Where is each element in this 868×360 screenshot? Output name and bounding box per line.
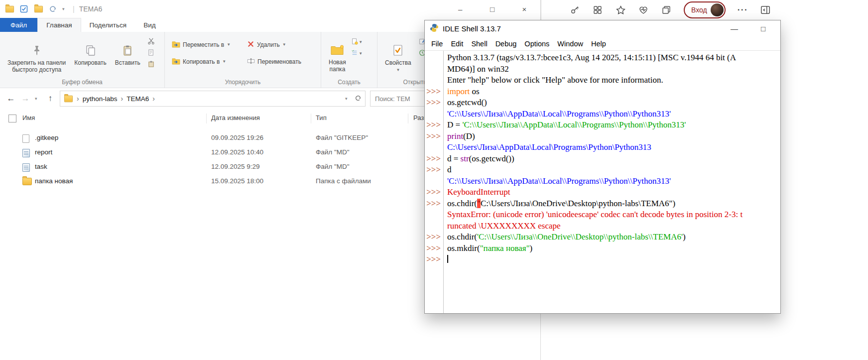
copy-to-icon: [172, 57, 180, 66]
properties-label: Свойства: [385, 59, 411, 66]
shell-line: >>>KeyboardInterrupt: [425, 187, 780, 198]
file-type: Файл "MD": [316, 163, 350, 170]
column-divider[interactable]: [408, 114, 408, 123]
maximize-button[interactable]: □: [761, 24, 765, 33]
breadcrumb-item-python-labs[interactable]: python-labs: [83, 95, 118, 103]
tab-home[interactable]: Главная: [37, 18, 81, 32]
maximize-button[interactable]: □: [476, 0, 508, 18]
address-dropdown-chevron[interactable]: ▾: [345, 96, 351, 101]
qat-new-folder-button[interactable]: [33, 4, 43, 14]
new-folder-button[interactable]: Новая папка: [325, 35, 350, 75]
more-options-icon[interactable]: ···: [738, 5, 748, 15]
refresh-icon[interactable]: [355, 95, 362, 103]
column-header-date[interactable]: Дата изменения: [211, 114, 260, 121]
easy-access-icon: [351, 49, 358, 58]
ribbon-group-clipboard: Закрепить на панели быстрого доступа Коп…: [0, 32, 165, 88]
favorites-star-icon[interactable]: [615, 4, 626, 15]
pin-to-quick-access-button[interactable]: Закрепить на панели быстрого доступа: [4, 35, 69, 76]
column-header-type[interactable]: Тип: [316, 114, 327, 121]
paste-button[interactable]: Вставить: [112, 35, 144, 68]
shell-line: >>>os.mkdir("папка новая"): [425, 243, 780, 254]
tab-file[interactable]: Файл: [0, 18, 37, 32]
minimize-button[interactable]: –: [444, 0, 476, 18]
menu-options[interactable]: Options: [520, 40, 553, 48]
sidebar-toggle-icon[interactable]: [760, 4, 771, 15]
shell-prompt: [425, 176, 443, 187]
menu-shell[interactable]: Shell: [467, 40, 491, 48]
copy-label: Копировать: [74, 59, 107, 66]
properties-icon: [392, 37, 404, 58]
move-to-button[interactable]: Переместить в ▼: [169, 39, 243, 51]
move-to-label: Переместить в: [183, 41, 224, 48]
shell-line: Enter "help" below or click "Help" above…: [425, 75, 780, 86]
tab-view[interactable]: Вид: [135, 18, 164, 32]
shell-line: SyntaxError: (unicode error) 'unicodeesc…: [425, 209, 780, 221]
column-divider[interactable]: [311, 114, 311, 123]
history-chevron[interactable]: ▾: [35, 96, 41, 101]
menu-help[interactable]: Help: [587, 40, 610, 48]
up-button[interactable]: ↑: [45, 94, 55, 104]
properties-button[interactable]: Свойства ▼: [381, 35, 415, 75]
rename-button[interactable]: Переименовать: [244, 56, 319, 68]
avatar: [711, 3, 724, 16]
password-key-icon[interactable]: [569, 4, 580, 15]
signin-label: Вход: [691, 6, 707, 14]
cut-button[interactable]: [145, 37, 157, 47]
ribbon-group-create: Новая папка ▼ ▼ Создать: [321, 32, 377, 88]
chevron-down-icon: ▼: [282, 42, 286, 47]
breadcrumb[interactable]: › python-labs › ТЕМА6 › ▾: [60, 91, 366, 107]
menu-file[interactable]: File: [427, 40, 447, 48]
qat-customize-chevron[interactable]: ▾: [62, 6, 68, 11]
file-icon: [22, 134, 29, 143]
menu-edit[interactable]: Edit: [447, 40, 467, 48]
copy-icon: [85, 37, 97, 58]
easy-access-button[interactable]: ▼: [351, 48, 363, 59]
qat-properties-button[interactable]: [19, 4, 29, 14]
new-folder-label: Новая папка: [329, 59, 346, 73]
folder-icon: [22, 178, 32, 185]
cut-icon: [147, 37, 155, 47]
apps-grid-icon[interactable]: [592, 4, 603, 15]
paste-label: Вставить: [115, 59, 140, 66]
menu-window[interactable]: Window: [553, 40, 587, 48]
column-header-name[interactable]: Имя: [22, 114, 35, 121]
shell-prompt: [425, 221, 443, 232]
idle-titlebar: IDLE Shell 3.13.7 — □: [425, 20, 780, 37]
shell-line: >>>d = str(os.getcwd()): [425, 153, 780, 165]
delete-button[interactable]: Удалить ▼: [244, 39, 319, 51]
browser-essentials-icon[interactable]: [638, 4, 649, 15]
close-button[interactable]: ×: [508, 0, 540, 18]
shell-prompt: [425, 109, 443, 120]
shell-line: C:\Users\Лиза\AppData\Local\Programs\Pyt…: [425, 142, 780, 153]
paste-shortcut-button[interactable]: [145, 60, 157, 70]
back-button[interactable]: ←: [6, 94, 16, 104]
idle-app-icon: [430, 23, 439, 34]
tab-share[interactable]: Поделиться: [81, 18, 135, 32]
paste-icon: [122, 37, 133, 58]
shell-line: >>>print(D): [425, 131, 780, 142]
forward-button[interactable]: →: [20, 94, 30, 104]
shell-prompt: >>>: [425, 254, 443, 265]
qat-redo-button[interactable]: [48, 4, 58, 14]
chevron-down-icon: ▼: [359, 51, 363, 56]
rename-label: Переименовать: [257, 58, 301, 65]
shell-prompt: >>>: [425, 97, 443, 109]
shell-prompt: >>>: [425, 164, 443, 176]
copy-button[interactable]: Копировать: [71, 35, 110, 68]
select-all-checkbox[interactable]: [8, 115, 16, 122]
shell-editor[interactable]: Python 3.13.7 (tags/v3.13.7:bcee1c3, Aug…: [425, 50, 780, 313]
menu-debug[interactable]: Debug: [492, 40, 521, 48]
column-divider[interactable]: [206, 114, 207, 123]
ribbon-group-organize: Переместить в ▼ Удалить ▼ Копировать в ▼: [165, 32, 321, 88]
shell-prompt: >>>: [425, 153, 443, 165]
copy-to-button[interactable]: Копировать в ▼: [169, 56, 243, 68]
folder-icon: [64, 95, 73, 102]
signin-button[interactable]: Вход: [684, 1, 726, 18]
collections-icon[interactable]: [661, 4, 672, 15]
minimize-button[interactable]: —: [731, 24, 738, 33]
breadcrumb-item-tema6[interactable]: ТЕМА6: [126, 95, 149, 103]
new-item-button[interactable]: ▼: [351, 37, 363, 47]
copy-path-button[interactable]: [145, 48, 157, 59]
pin-label: Закрепить на панели быстрого доступа: [7, 59, 66, 73]
file-date: 09.09.2025 19:26: [211, 134, 263, 141]
